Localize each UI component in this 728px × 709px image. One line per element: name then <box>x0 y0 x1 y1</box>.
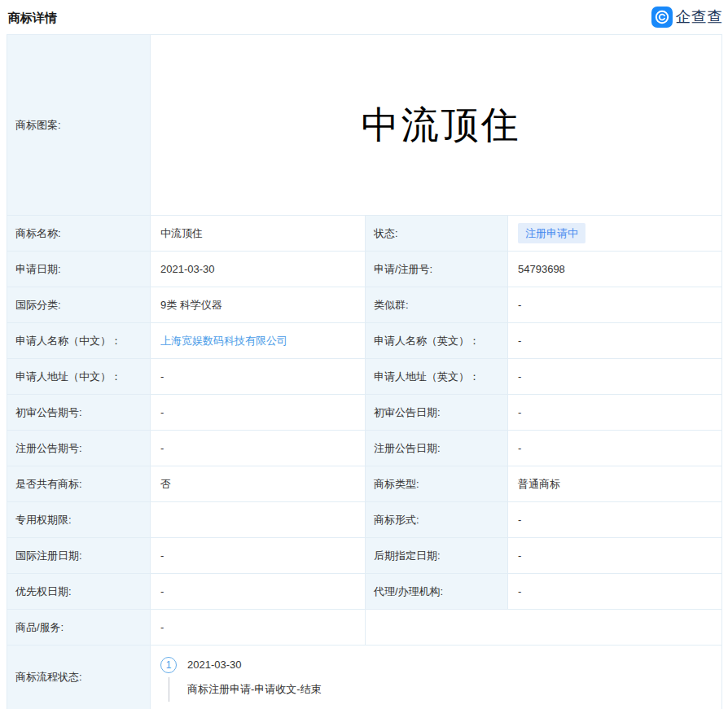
field-value: - <box>151 538 366 574</box>
field-value: 9类 科学仪器 <box>151 287 366 323</box>
field-value: - <box>151 395 366 431</box>
field-label: 后期指定日期: <box>366 538 508 574</box>
qichacha-logo-icon <box>651 7 673 28</box>
table-row: 申请日期: 2021-03-30 申请/注册号: 54793698 <box>7 252 722 287</box>
field-value: - <box>151 359 366 395</box>
field-value: 54793698 <box>508 252 722 287</box>
field-value: 上海宽娱数码科技有限公司 <box>151 323 366 359</box>
field-value: 普通商标 <box>508 466 722 502</box>
field-label: 类似群: <box>366 287 508 323</box>
field-label: 商标流程状态: <box>7 646 151 709</box>
field-value: - <box>508 538 722 574</box>
field-value: - <box>508 502 722 538</box>
field-value: 否 <box>151 466 366 502</box>
field-label: 商标形式: <box>366 502 508 538</box>
table-row: 国际分类: 9类 科学仪器 类似群: - <box>7 287 722 323</box>
table-row: 优先权日期: - 代理/办理机构: - <box>7 574 722 610</box>
table-row: 申请人地址（中文）： - 申请人地址（英文）： - <box>7 359 722 395</box>
table-row: 商标名称: 中流顶住 状态: 注册申请中 <box>7 216 722 252</box>
field-label: 国际分类: <box>7 287 151 323</box>
field-label: 状态: <box>366 216 508 252</box>
timeline-step-date: 2021-03-30 <box>187 659 242 671</box>
field-value: - <box>508 574 722 610</box>
field-label: 申请日期: <box>7 252 151 287</box>
field-label: 优先权日期: <box>7 574 151 610</box>
field-label: 代理/办理机构: <box>366 574 508 610</box>
field-label: 商标类型: <box>366 466 508 502</box>
table-row: 专用权期限: 商标形式: - <box>7 502 722 538</box>
table-row: 注册公告期号: - 注册公告日期: - <box>7 431 722 466</box>
process-timeline: 1 2021-03-30 商标注册申请-申请收文-结束 <box>160 649 721 707</box>
field-value: - <box>508 323 722 359</box>
field-label: 注册公告期号: <box>7 431 151 466</box>
timeline-step-number: 1 <box>160 657 177 673</box>
field-value: - <box>508 395 722 431</box>
field-label: 商品/服务: <box>7 610 151 646</box>
table-row: 申请人名称（中文）： 上海宽娱数码科技有限公司 申请人名称（英文）： - <box>7 323 722 359</box>
field-value: - <box>151 610 366 646</box>
field-label: 专用权期限: <box>7 502 151 538</box>
field-label: 商标名称: <box>7 216 151 252</box>
table-row: 初审公告期号: - 初审公告日期: - <box>7 395 722 431</box>
table-row: 商标流程状态: 1 2021-03-30 商标注册申请-申请收文-结束 <box>7 646 722 709</box>
timeline-connector-line <box>169 677 169 702</box>
timeline-step-text: 商标注册申请-申请收文-结束 <box>187 682 322 697</box>
field-value: 2021-03-30 <box>151 252 366 287</box>
page-title: 商标详情 <box>8 9 57 26</box>
field-value: - <box>508 431 722 466</box>
field-value: - <box>151 574 366 610</box>
trademark-detail-table: 商标图案: 中流顶住 商标名称: 中流顶住 状态: 注册申请中 申请日期: 20… <box>7 34 722 709</box>
table-row: 国际注册日期: - 后期指定日期: - <box>7 538 722 574</box>
field-label: 申请人地址（英文）： <box>366 359 508 395</box>
applicant-company-link[interactable]: 上海宽娱数码科技有限公司 <box>160 335 287 347</box>
table-row: 是否共有商标: 否 商标类型: 普通商标 <box>7 466 722 502</box>
trademark-image-cell: 中流顶住 <box>151 35 722 216</box>
field-label: 申请人地址（中文）： <box>7 359 151 395</box>
field-label: 国际注册日期: <box>7 538 151 574</box>
table-row: 商标图案: 中流顶住 <box>7 35 722 216</box>
field-label: 申请人名称（英文）： <box>366 323 508 359</box>
field-label: 商标图案: <box>7 35 151 216</box>
field-value: 中流顶住 <box>151 216 366 252</box>
field-label: 是否共有商标: <box>7 466 151 502</box>
field-value: - <box>151 431 366 466</box>
field-label: 初审公告期号: <box>7 395 151 431</box>
process-status-cell: 1 2021-03-30 商标注册申请-申请收文-结束 <box>151 646 722 709</box>
field-value: - <box>508 287 722 323</box>
empty-cell <box>366 610 722 646</box>
field-value <box>151 502 366 538</box>
table-row: 商品/服务: - <box>7 610 722 646</box>
field-label: 初审公告日期: <box>366 395 508 431</box>
field-label: 申请人名称（中文）： <box>7 323 151 359</box>
field-label: 申请/注册号: <box>366 252 508 287</box>
field-value: - <box>508 359 722 395</box>
status-badge: 注册申请中 <box>518 223 585 243</box>
qichacha-brand[interactable]: 企查查 <box>651 7 724 28</box>
field-value: 注册申请中 <box>508 216 722 252</box>
trademark-image-text: 中流顶住 <box>362 103 521 147</box>
page-header: 商标详情 企查查 <box>0 0 728 34</box>
field-label: 注册公告日期: <box>366 431 508 466</box>
brand-name: 企查查 <box>676 7 724 28</box>
